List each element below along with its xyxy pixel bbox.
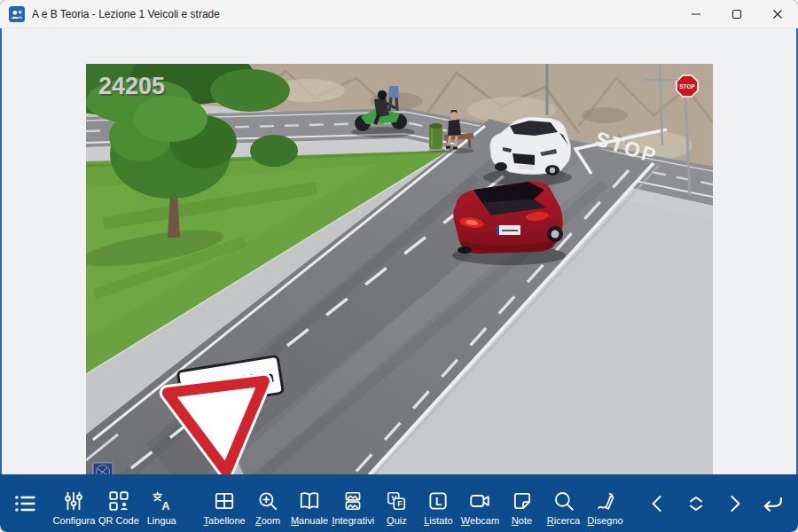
toolbar-item-note[interactable]: Note xyxy=(501,474,543,532)
toolbar-item-quiz[interactable]: V F Quiz xyxy=(376,474,418,532)
toolbar-item-configura[interactable]: Configura xyxy=(51,474,97,532)
return-arrow-icon xyxy=(760,491,785,516)
return-button[interactable] xyxy=(753,474,791,532)
toolbar-item-webcam[interactable]: Webcam xyxy=(459,474,501,532)
bullet-list-icon xyxy=(12,491,37,516)
bottom-toolbar: Configura QR Code A Lingua xyxy=(0,474,798,532)
people-icon xyxy=(9,6,25,22)
open-book-icon xyxy=(298,489,321,512)
toolbar-item-tabellone[interactable]: Tabellone xyxy=(202,474,247,532)
svg-text:L: L xyxy=(435,496,442,508)
content-area: STOP xyxy=(0,28,798,474)
toolbar-item-label: Manuale xyxy=(291,516,328,526)
trash-bin xyxy=(428,123,444,153)
app-window: A e B Teoria - Lezione 1 Veicoli e strad… xyxy=(0,0,798,532)
toolbar-item-lingua[interactable]: A Lingua xyxy=(141,474,183,532)
toolbar-item-qr-code[interactable]: QR Code xyxy=(97,474,141,532)
toolbar-item-manuale[interactable]: Manuale xyxy=(289,474,331,532)
toolbar-item-label: Note xyxy=(512,516,532,526)
toolbar-item-label: Ricerca xyxy=(547,516,580,526)
letter-l-icon: L xyxy=(426,489,450,512)
zoom-in-icon xyxy=(256,489,279,512)
sliders-icon xyxy=(62,489,85,512)
toolbar-item-label: Configura xyxy=(53,516,96,526)
toolbar-item-menu[interactable] xyxy=(5,474,44,532)
toolbar-item-zoom[interactable]: Zoom xyxy=(247,474,289,532)
stacked-images-icon xyxy=(341,489,364,512)
navigation-group xyxy=(638,474,791,532)
toolbar-item-disegno[interactable]: Disegno xyxy=(584,474,626,532)
scene-image: STOP xyxy=(86,64,713,494)
window-controls xyxy=(676,0,798,27)
question-number: 24205 24205 xyxy=(98,73,167,101)
toolbar-item-label: Quiz xyxy=(387,516,407,526)
qr-code-icon xyxy=(107,489,130,512)
toolbar-item-label: Disegno xyxy=(587,516,622,526)
toolbar-item-ricerca[interactable]: Ricerca xyxy=(543,474,584,532)
toolbar-item-label: Integrativi xyxy=(332,516,374,526)
jump-button[interactable] xyxy=(677,474,715,532)
toolbar-item-listato[interactable]: L Listato xyxy=(418,474,459,532)
chevrons-up-down-icon xyxy=(685,492,708,515)
svg-text:24205: 24205 xyxy=(98,73,165,99)
chevron-right-icon xyxy=(723,492,746,515)
video-camera-icon xyxy=(468,489,491,512)
toolbar-item-label: Lingua xyxy=(147,516,176,526)
search-icon xyxy=(552,489,575,512)
previous-button[interactable] xyxy=(638,474,677,532)
board-grid-icon xyxy=(213,489,236,512)
toolbar-item-label: Tabellone xyxy=(204,516,246,526)
window-title: A e B Teoria - Lezione 1 Veicoli e strad… xyxy=(32,8,220,20)
note-icon xyxy=(511,489,534,512)
translate-icon: A xyxy=(150,489,173,512)
next-button[interactable] xyxy=(715,474,753,532)
svg-text:F: F xyxy=(398,499,403,508)
toolbar-item-label: QR Code xyxy=(98,516,139,526)
red-car xyxy=(452,181,566,265)
title-bar: A e B Teoria - Lezione 1 Veicoli e strad… xyxy=(0,0,798,28)
toolbar-item-integrativi[interactable]: Integrativi xyxy=(331,474,376,532)
toolbar-item-label: Webcam xyxy=(461,516,499,526)
toolbar-item-label: Zoom xyxy=(255,516,280,526)
maximize-button[interactable] xyxy=(716,0,757,27)
chevron-left-icon xyxy=(646,492,669,515)
pen-draw-icon xyxy=(594,489,617,512)
true-false-icon: V F xyxy=(385,489,408,512)
close-button[interactable] xyxy=(757,0,798,27)
minimize-button[interactable] xyxy=(676,0,716,27)
stop-sign-text: STOP xyxy=(679,83,695,90)
toolbar-item-label: Listato xyxy=(424,516,452,526)
